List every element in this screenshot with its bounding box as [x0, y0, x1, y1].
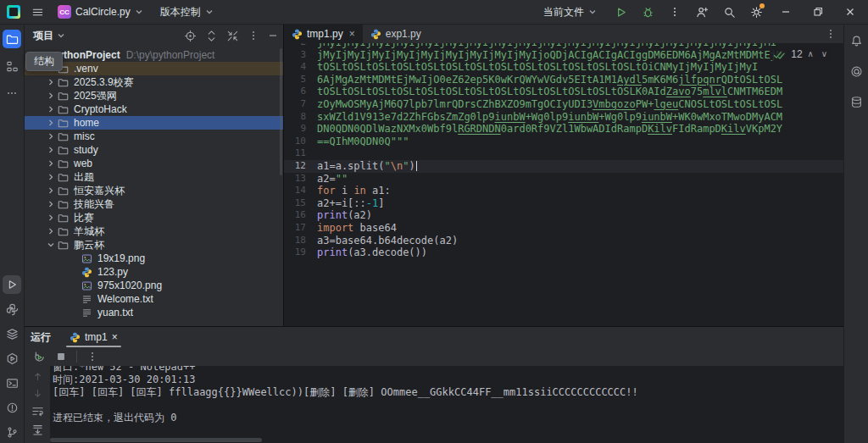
settings-icon[interactable] [749, 5, 763, 19]
ai-assistant-icon[interactable] [847, 62, 865, 80]
python-console-icon[interactable] [3, 300, 21, 318]
line-number[interactable]: 2 [284, 43, 306, 49]
line-number[interactable]: 3 [284, 49, 306, 62]
editor-tab-tmp1.py[interactable]: tmp1.py× [284, 25, 363, 43]
line-number[interactable]: 5 [284, 74, 306, 86]
run-more-icon[interactable] [86, 350, 99, 363]
tree-item-出题[interactable]: 出题 [25, 170, 283, 184]
chevron-right-icon[interactable] [45, 158, 57, 169]
code-with-me-icon[interactable] [695, 5, 709, 19]
line-number[interactable]: 15 [284, 197, 306, 210]
project-more-icon[interactable] [248, 30, 259, 42]
tree-item-19x19.png[interactable]: 19x19.png [25, 252, 283, 265]
tree-item-2025.3.9校赛[interactable]: 2025.3.9校赛 [25, 75, 283, 89]
console-h-scrollbar[interactable] [50, 438, 262, 442]
notifications-icon[interactable] [847, 31, 865, 50]
tree-item-恒安嘉兴杯[interactable]: 恒安嘉兴杯 [25, 184, 283, 197]
tree-item-.venv[interactable]: .venv [25, 62, 283, 75]
project-tree[interactable]: pythonProjectD:\py\pythonProject.venv202… [25, 47, 283, 326]
line-number[interactable]: 4 [284, 61, 306, 74]
line-number[interactable]: 11 [284, 147, 306, 160]
project-scrollbar[interactable] [280, 48, 282, 175]
line-number[interactable]: 8 [284, 111, 306, 124]
chevron-down-icon[interactable] [57, 31, 65, 40]
tree-item-比赛[interactable]: 比赛 [25, 211, 283, 224]
line-number[interactable]: 9 [284, 123, 306, 136]
tree-item-misc[interactable]: misc [25, 130, 283, 143]
chevron-right-icon[interactable] [45, 225, 57, 237]
terminal-icon[interactable] [3, 374, 21, 392]
vcs-widget[interactable]: 版本控制 [157, 3, 217, 21]
tree-item-root[interactable]: pythonProjectD:\py\pythonProject [25, 48, 283, 62]
line-number[interactable]: 17 [284, 222, 306, 235]
tree-item-yuan.txt[interactable]: yuan.txt [25, 306, 283, 319]
inspections-widget[interactable]: 12 ∧ ∨ [771, 47, 832, 62]
line-number[interactable]: 14 [284, 185, 306, 197]
prev-occurrence-icon[interactable] [31, 371, 44, 382]
project-switcher[interactable]: CC CalCircle.py [54, 3, 147, 20]
database-icon[interactable] [847, 92, 865, 111]
chevron-right-icon[interactable] [45, 144, 57, 156]
run-button[interactable] [614, 5, 627, 19]
chevron-right-icon[interactable] [45, 212, 57, 224]
tree-item-975x1020.png[interactable]: 975x1020.png [25, 279, 283, 292]
more-actions-icon[interactable] [668, 5, 682, 19]
tree-item-鹏云杯[interactable]: 鹏云杯 [25, 238, 283, 252]
scroll-to-end-icon[interactable] [31, 424, 44, 436]
services-icon[interactable] [3, 349, 21, 368]
hide-panel-icon[interactable] [268, 30, 278, 41]
rerun-button[interactable] [32, 350, 46, 363]
run-config-selector[interactable]: 当前文件 [540, 3, 600, 21]
tree-item-2025强网[interactable]: 2025强网 [25, 89, 283, 102]
soft-wrap-icon[interactable] [31, 405, 44, 418]
inspections-nav-icons[interactable]: ∧ ∨ [808, 48, 830, 61]
line-number[interactable]: 13 [284, 173, 306, 186]
tree-item-CryptoHack[interactable]: CryptoHack [25, 102, 283, 116]
line-number[interactable]: 6 [284, 86, 306, 98]
line-number[interactable]: 16 [284, 209, 306, 222]
run-tool-icon[interactable] [3, 275, 21, 294]
line-number[interactable]: 7 [284, 98, 306, 111]
locate-file-icon[interactable] [184, 30, 197, 42]
chevron-right-icon[interactable] [45, 76, 57, 88]
git-icon[interactable] [3, 423, 21, 441]
chevron-right-icon[interactable] [45, 171, 57, 183]
search-icon[interactable] [722, 5, 736, 19]
line-number[interactable]: 12 [284, 160, 306, 173]
stop-button[interactable] [54, 350, 68, 363]
collapse-all-icon[interactable] [226, 30, 239, 42]
tab-options-icon[interactable] [825, 28, 837, 40]
tree-item-Welcome.txt[interactable]: Welcome.txt [25, 292, 283, 306]
chevron-right-icon[interactable] [45, 103, 57, 115]
line-number[interactable]: 19 [284, 246, 306, 259]
project-tool-icon[interactable] [3, 30, 21, 48]
chevron-right-icon[interactable] [45, 117, 57, 129]
main-menu-icon[interactable] [31, 5, 44, 19]
tree-item-羊城杯[interactable]: 羊城杯 [25, 224, 283, 238]
minimize-button[interactable] [776, 3, 795, 21]
chevron-right-icon[interactable] [45, 130, 57, 142]
chevron-right-icon[interactable] [45, 185, 57, 197]
close-icon[interactable]: × [349, 28, 355, 40]
close-icon[interactable]: × [112, 331, 118, 343]
chevron-right-icon[interactable] [45, 198, 57, 210]
tree-item-web[interactable]: web [25, 157, 283, 170]
close-button[interactable] [841, 3, 860, 21]
tree-item-home[interactable]: home [25, 116, 283, 130]
structure-tool-icon[interactable] [3, 57, 21, 75]
tree-item-技能兴鲁[interactable]: 技能兴鲁 [25, 197, 283, 211]
problems-icon[interactable] [3, 398, 21, 417]
tree-item-123.py[interactable]: 123.py [25, 265, 283, 279]
chevron-down-icon[interactable] [45, 239, 57, 251]
run-tab[interactable]: tmp1 × [63, 327, 125, 347]
python-packages-icon[interactable] [3, 324, 21, 343]
maximize-button[interactable] [809, 3, 827, 21]
code-editor[interactable]: 2jMyIjMyIjMyIjMyIjMyIjMyIjMyIjMyIjMyIjMy… [284, 43, 843, 326]
expand-all-icon[interactable] [205, 30, 218, 42]
next-occurrence-icon[interactable] [31, 388, 44, 399]
line-number[interactable]: 18 [284, 235, 306, 247]
debug-button[interactable] [641, 5, 654, 19]
line-number[interactable]: 10 [284, 136, 306, 148]
editor-tab-exp1.py[interactable]: exp1.py [363, 25, 429, 43]
tree-item-study[interactable]: study [25, 143, 283, 157]
